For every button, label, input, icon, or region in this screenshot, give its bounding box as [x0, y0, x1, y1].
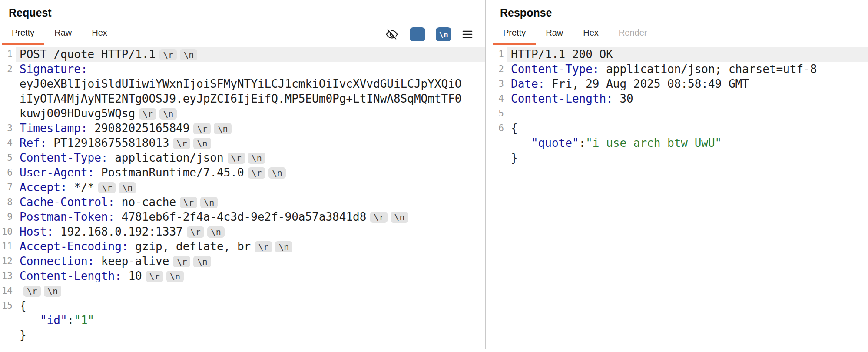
- code-line[interactable]: Signature:: [20, 62, 485, 76]
- code-line[interactable]: "id":"1": [20, 313, 485, 328]
- header-name: Connection:: [20, 255, 94, 268]
- line-number: [0, 328, 13, 342]
- show-nonprintable-toggle[interactable]: \n: [436, 27, 451, 41]
- code-text: eyJ0eXBlIjoiSldUIiwiYWxnIjoiSFMyNTYiLCJ1…: [20, 77, 461, 90]
- code-line[interactable]: Ref: PT129186755818013\r\n: [20, 136, 485, 150]
- json-string-value: "1": [74, 314, 94, 327]
- code-line[interactable]: Connection: keep-alive\r\n: [20, 254, 485, 269]
- code-text: 10: [122, 269, 142, 282]
- line-number: [0, 313, 13, 328]
- header-name: Content-Type:: [20, 151, 108, 164]
- line-number: 4: [491, 91, 504, 106]
- carriage-return-badge: \r: [139, 108, 156, 120]
- code-line[interactable]: Postman-Token: 4781eb6f-2f4a-4c3d-9e2f-9…: [20, 209, 485, 224]
- code-line[interactable]: {: [511, 121, 868, 136]
- newline-badge: \n: [207, 226, 225, 238]
- carriage-return-badge: \r: [255, 241, 272, 252]
- newline-badge: \n: [166, 271, 184, 282]
- line-number: [491, 150, 504, 165]
- request-tabs: PrettyRawHex: [2, 28, 117, 45]
- code-line[interactable]: Content-Length: 10\r\n: [20, 269, 485, 283]
- carriage-return-badge: \r: [248, 167, 265, 179]
- newline-badge: \n: [268, 167, 286, 179]
- line-number: [0, 91, 13, 106]
- newline-badge: \n: [391, 212, 408, 223]
- code-text: }: [20, 329, 27, 342]
- tab-pretty-request[interactable]: Pretty: [2, 28, 44, 45]
- line-number: 4: [0, 136, 13, 150]
- code-line[interactable]: Timestamp: 29082025165849\r\n: [20, 121, 485, 136]
- tab-hex-request[interactable]: Hex: [82, 28, 117, 45]
- tab-raw-request[interactable]: Raw: [44, 28, 82, 45]
- code-line[interactable]: Content-Type: application/json\r\n: [20, 150, 485, 165]
- header-name: Date:: [511, 77, 545, 90]
- code-line[interactable]: iIyOTA4MjAyNTE2NTg0OSJ9.eyJpZCI6IjEifQ.M…: [20, 91, 485, 106]
- code-line[interactable]: kuwj009HDuvg5WQsg\r\n: [20, 106, 485, 121]
- tab-hex-response[interactable]: Hex: [573, 28, 609, 45]
- request-code[interactable]: POST /quote HTTP/1.1\r\nSignature:eyJ0eX…: [16, 47, 485, 349]
- code-line[interactable]: Content-Length: 30: [511, 91, 868, 106]
- code-line[interactable]: User-Agent: PostmanRuntime/7.45.0\r\n: [20, 165, 485, 180]
- code-line[interactable]: Cache-Control: no-cache\r\n: [20, 195, 485, 209]
- newline-badge: \n: [275, 241, 292, 252]
- code-line[interactable]: Date: Fri, 29 Aug 2025 08:58:49 GMT: [511, 76, 868, 91]
- line-number: 5: [491, 106, 504, 121]
- header-name: Content-Length:: [20, 269, 122, 282]
- code-line[interactable]: Host: 192.168.0.192:1337\r\n: [20, 224, 485, 239]
- line-number: [491, 136, 504, 150]
- response-tabs: PrettyRawHexRender: [493, 28, 657, 45]
- code-line[interactable]: }: [511, 150, 868, 165]
- code-line[interactable]: HTTP/1.1 200 OK: [507, 47, 868, 62]
- code-line[interactable]: [511, 106, 868, 121]
- word-wrap-toggle[interactable]: [410, 27, 425, 41]
- http-message-viewer: Request PrettyRawHex: [0, 0, 868, 352]
- carriage-return-badge: \r: [98, 182, 116, 193]
- carriage-return-badge: \r: [187, 226, 204, 238]
- eye-off-icon[interactable]: [384, 28, 399, 41]
- menu-icon[interactable]: [462, 30, 473, 39]
- line-number: 14: [0, 283, 13, 298]
- code-text: */*: [67, 181, 95, 194]
- newline-badge: \n: [44, 286, 61, 297]
- header-name: User-Agent:: [20, 166, 94, 179]
- carriage-return-badge: \r: [193, 123, 211, 134]
- tab-raw-response[interactable]: Raw: [536, 28, 573, 45]
- code-line[interactable]: \r\n: [20, 283, 485, 298]
- code-line[interactable]: Accept: */*\r\n: [20, 180, 485, 195]
- line-number: 13: [0, 269, 13, 283]
- line-number: 2: [0, 62, 13, 76]
- code-line[interactable]: Content-Type: application/json; charset=…: [511, 62, 868, 76]
- code-line[interactable]: Accept-Encoding: gzip, deflate, br\r\n: [20, 239, 485, 254]
- line-number: 9: [0, 209, 13, 224]
- code-text: :: [579, 136, 586, 149]
- code-line[interactable]: }: [20, 328, 485, 342]
- code-text: kuwj009HDuvg5WQsg: [20, 107, 135, 120]
- line-number: 12: [0, 254, 13, 269]
- code-text: gzip, deflate, br: [128, 240, 251, 253]
- request-editor[interactable]: 123456789101112131415 POST /quote HTTP/1…: [0, 45, 485, 349]
- response-code[interactable]: HTTP/1.1 200 OKContent-Type: application…: [507, 47, 868, 349]
- newline-badge: \n: [119, 182, 136, 193]
- code-text: PT129186755818013: [47, 136, 169, 149]
- newline-badge: \n: [193, 138, 211, 149]
- code-line[interactable]: eyJ0eXBlIjoiSldUIiwiYWxnIjoiSFMyNTYiLCJ1…: [20, 76, 485, 91]
- code-text: :: [67, 314, 74, 327]
- code-line[interactable]: "quote":"i use arch btw UwU": [511, 136, 868, 150]
- code-text: 30: [613, 92, 633, 105]
- response-line-numbers: 123456: [491, 47, 507, 349]
- request-panel: Request PrettyRawHex: [0, 0, 486, 349]
- newline-glyph-icon: \n: [439, 30, 448, 39]
- response-editor[interactable]: 123456 HTTP/1.1 200 OKContent-Type: appl…: [491, 45, 868, 349]
- tab-render-response: Render: [609, 28, 657, 45]
- code-line[interactable]: POST /quote HTTP/1.1\r\n: [16, 47, 485, 62]
- header-name: Ref:: [20, 136, 47, 149]
- header-name: Host:: [20, 225, 53, 238]
- code-line[interactable]: {: [20, 298, 485, 313]
- line-number: 8: [0, 195, 13, 209]
- carriage-return-badge: \r: [228, 153, 245, 164]
- code-text: 192.168.0.192:1337: [53, 225, 182, 238]
- line-number: 5: [0, 150, 13, 165]
- code-text: }: [511, 151, 518, 164]
- header-name: Postman-Token:: [20, 210, 115, 223]
- tab-pretty-response[interactable]: Pretty: [493, 28, 536, 45]
